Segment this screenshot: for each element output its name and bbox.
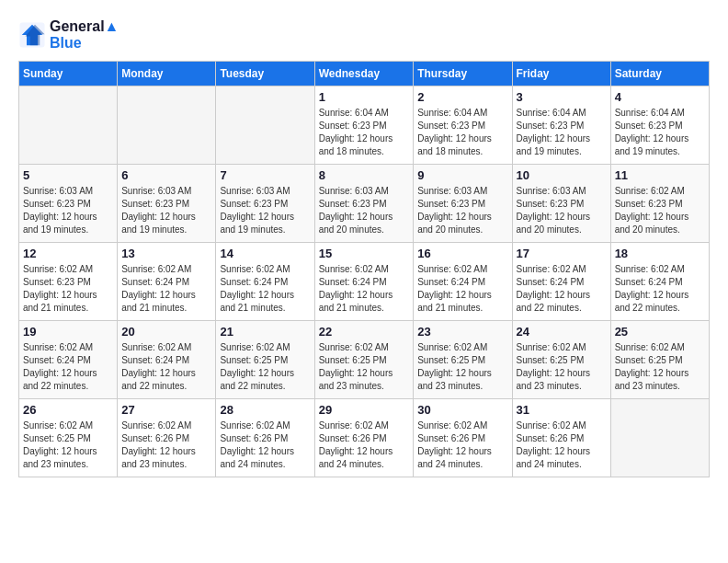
calendar-week-5: 26Sunrise: 6:02 AM Sunset: 6:25 PM Dayli… [19, 399, 710, 477]
day-info: Sunrise: 6:02 AM Sunset: 6:26 PM Dayligh… [517, 419, 607, 471]
calendar-cell: 2Sunrise: 6:04 AM Sunset: 6:23 PM Daylig… [414, 86, 512, 165]
day-number: 25 [615, 325, 705, 339]
calendar-week-1: 1Sunrise: 6:04 AM Sunset: 6:23 PM Daylig… [19, 86, 710, 165]
day-number: 18 [615, 247, 705, 260]
calendar-cell: 31Sunrise: 6:02 AM Sunset: 6:26 PM Dayli… [512, 399, 610, 477]
weekday-header-wednesday: Wednesday [314, 62, 414, 86]
day-number: 4 [615, 90, 705, 104]
day-info: Sunrise: 6:02 AM Sunset: 6:24 PM Dayligh… [517, 263, 607, 315]
calendar-cell: 14Sunrise: 6:02 AM Sunset: 6:24 PM Dayli… [216, 243, 314, 321]
day-number: 15 [319, 247, 410, 260]
day-info: Sunrise: 6:02 AM Sunset: 6:25 PM Dayligh… [417, 341, 507, 393]
calendar-cell: 3Sunrise: 6:04 AM Sunset: 6:23 PM Daylig… [512, 86, 610, 165]
page-header: General▲ Blue [18, 18, 710, 52]
calendar-body: 1Sunrise: 6:04 AM Sunset: 6:23 PM Daylig… [19, 86, 710, 477]
calendar-cell: 1Sunrise: 6:04 AM Sunset: 6:23 PM Daylig… [314, 86, 414, 165]
calendar-week-2: 5Sunrise: 6:03 AM Sunset: 6:23 PM Daylig… [19, 165, 710, 243]
calendar-cell: 12Sunrise: 6:02 AM Sunset: 6:23 PM Dayli… [19, 243, 118, 321]
calendar-cell: 27Sunrise: 6:02 AM Sunset: 6:26 PM Dayli… [118, 399, 216, 477]
day-info: Sunrise: 6:02 AM Sunset: 6:26 PM Dayligh… [220, 419, 310, 471]
calendar-cell: 30Sunrise: 6:02 AM Sunset: 6:26 PM Dayli… [414, 399, 512, 477]
day-info: Sunrise: 6:04 AM Sunset: 6:23 PM Dayligh… [615, 107, 705, 158]
day-number: 10 [517, 168, 607, 182]
weekday-header-tuesday: Tuesday [216, 62, 314, 86]
calendar-cell: 7Sunrise: 6:03 AM Sunset: 6:23 PM Daylig… [216, 165, 314, 243]
day-info: Sunrise: 6:02 AM Sunset: 6:24 PM Dayligh… [220, 263, 310, 315]
day-info: Sunrise: 6:04 AM Sunset: 6:23 PM Dayligh… [319, 107, 410, 158]
day-info: Sunrise: 6:03 AM Sunset: 6:23 PM Dayligh… [121, 185, 211, 236]
calendar-cell: 25Sunrise: 6:02 AM Sunset: 6:25 PM Dayli… [610, 321, 709, 399]
logo-icon [18, 21, 46, 49]
day-number: 29 [319, 403, 410, 417]
weekday-header-friday: Friday [512, 62, 610, 86]
day-number: 17 [517, 247, 607, 260]
weekday-header-monday: Monday [118, 62, 216, 86]
calendar-cell: 19Sunrise: 6:02 AM Sunset: 6:24 PM Dayli… [19, 321, 118, 399]
day-number: 14 [220, 247, 310, 260]
day-number: 11 [615, 168, 705, 182]
calendar-cell: 13Sunrise: 6:02 AM Sunset: 6:24 PM Dayli… [118, 243, 216, 321]
calendar-cell: 18Sunrise: 6:02 AM Sunset: 6:24 PM Dayli… [610, 243, 709, 321]
day-number: 8 [319, 168, 410, 182]
day-number: 5 [23, 168, 113, 182]
day-number: 19 [23, 325, 113, 339]
day-info: Sunrise: 6:02 AM Sunset: 6:24 PM Dayligh… [319, 263, 410, 315]
calendar-cell: 10Sunrise: 6:03 AM Sunset: 6:23 PM Dayli… [512, 165, 610, 243]
day-number: 12 [23, 247, 113, 260]
weekday-header-saturday: Saturday [610, 62, 709, 86]
day-number: 30 [417, 403, 507, 417]
day-number: 6 [121, 168, 211, 182]
day-number: 3 [517, 90, 607, 104]
calendar-cell: 29Sunrise: 6:02 AM Sunset: 6:26 PM Dayli… [314, 399, 414, 477]
day-info: Sunrise: 6:03 AM Sunset: 6:23 PM Dayligh… [23, 185, 113, 236]
day-number: 13 [121, 247, 211, 260]
day-number: 28 [220, 403, 310, 417]
day-info: Sunrise: 6:02 AM Sunset: 6:24 PM Dayligh… [121, 341, 211, 393]
calendar-cell: 26Sunrise: 6:02 AM Sunset: 6:25 PM Dayli… [19, 399, 118, 477]
calendar-cell: 23Sunrise: 6:02 AM Sunset: 6:25 PM Dayli… [414, 321, 512, 399]
day-number: 2 [417, 90, 507, 104]
day-number: 7 [220, 168, 310, 182]
day-info: Sunrise: 6:03 AM Sunset: 6:23 PM Dayligh… [220, 185, 310, 236]
day-number: 20 [121, 325, 211, 339]
weekday-header-sunday: Sunday [19, 62, 118, 86]
day-number: 23 [417, 325, 507, 339]
day-info: Sunrise: 6:02 AM Sunset: 6:23 PM Dayligh… [23, 263, 113, 315]
calendar-cell: 5Sunrise: 6:03 AM Sunset: 6:23 PM Daylig… [19, 165, 118, 243]
calendar-cell: 8Sunrise: 6:03 AM Sunset: 6:23 PM Daylig… [314, 165, 414, 243]
calendar-cell: 16Sunrise: 6:02 AM Sunset: 6:24 PM Dayli… [414, 243, 512, 321]
calendar-cell [216, 86, 314, 165]
day-info: Sunrise: 6:02 AM Sunset: 6:26 PM Dayligh… [417, 419, 507, 471]
day-info: Sunrise: 6:04 AM Sunset: 6:23 PM Dayligh… [417, 107, 507, 158]
calendar-week-4: 19Sunrise: 6:02 AM Sunset: 6:24 PM Dayli… [19, 321, 710, 399]
day-info: Sunrise: 6:02 AM Sunset: 6:26 PM Dayligh… [319, 419, 410, 471]
day-info: Sunrise: 6:02 AM Sunset: 6:25 PM Dayligh… [220, 341, 310, 393]
calendar-cell: 21Sunrise: 6:02 AM Sunset: 6:25 PM Dayli… [216, 321, 314, 399]
calendar-cell: 22Sunrise: 6:02 AM Sunset: 6:25 PM Dayli… [314, 321, 414, 399]
day-info: Sunrise: 6:02 AM Sunset: 6:25 PM Dayligh… [517, 341, 607, 393]
day-number: 9 [417, 168, 507, 182]
day-info: Sunrise: 6:02 AM Sunset: 6:25 PM Dayligh… [23, 419, 113, 471]
calendar-cell: 28Sunrise: 6:02 AM Sunset: 6:26 PM Dayli… [216, 399, 314, 477]
calendar-cell: 6Sunrise: 6:03 AM Sunset: 6:23 PM Daylig… [118, 165, 216, 243]
calendar-week-3: 12Sunrise: 6:02 AM Sunset: 6:23 PM Dayli… [19, 243, 710, 321]
day-info: Sunrise: 6:04 AM Sunset: 6:23 PM Dayligh… [517, 107, 607, 158]
day-info: Sunrise: 6:02 AM Sunset: 6:24 PM Dayligh… [615, 263, 705, 315]
calendar-cell: 15Sunrise: 6:02 AM Sunset: 6:24 PM Dayli… [314, 243, 414, 321]
day-info: Sunrise: 6:02 AM Sunset: 6:23 PM Dayligh… [615, 185, 705, 236]
calendar-cell [118, 86, 216, 165]
calendar-cell: 11Sunrise: 6:02 AM Sunset: 6:23 PM Dayli… [610, 165, 709, 243]
day-number: 27 [121, 403, 211, 417]
day-info: Sunrise: 6:02 AM Sunset: 6:25 PM Dayligh… [615, 341, 705, 393]
day-number: 16 [417, 247, 507, 260]
calendar-cell [610, 399, 709, 477]
calendar-cell: 9Sunrise: 6:03 AM Sunset: 6:23 PM Daylig… [414, 165, 512, 243]
calendar-cell: 17Sunrise: 6:02 AM Sunset: 6:24 PM Dayli… [512, 243, 610, 321]
logo: General▲ Blue [18, 18, 119, 52]
calendar-table: SundayMondayTuesdayWednesdayThursdayFrid… [18, 61, 710, 477]
day-info: Sunrise: 6:02 AM Sunset: 6:24 PM Dayligh… [417, 263, 507, 315]
day-info: Sunrise: 6:02 AM Sunset: 6:24 PM Dayligh… [121, 263, 211, 315]
day-info: Sunrise: 6:03 AM Sunset: 6:23 PM Dayligh… [517, 185, 607, 236]
day-number: 24 [517, 325, 607, 339]
calendar-cell [19, 86, 118, 165]
